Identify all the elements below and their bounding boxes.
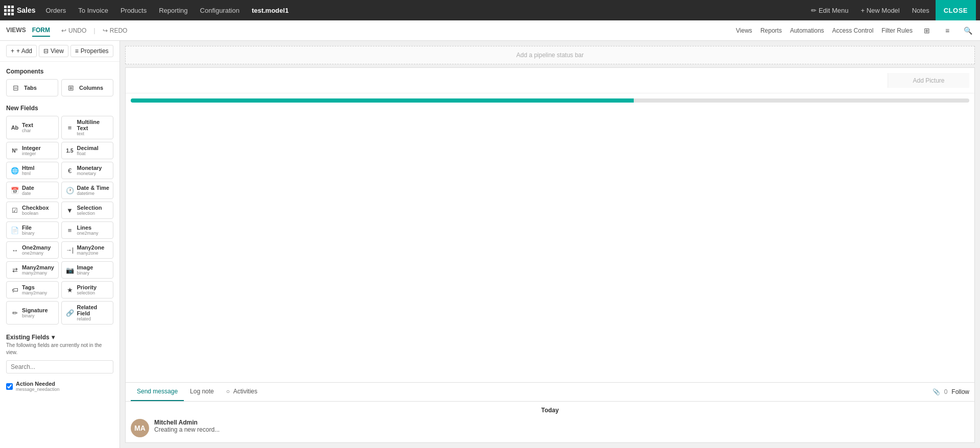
link-reports[interactable]: Reports: [760, 27, 782, 34]
action-needed-label: Action Needed: [16, 381, 60, 387]
nav-configuration[interactable]: Configuration: [194, 0, 246, 20]
field-signature[interactable]: ✏ Signature binary: [6, 301, 59, 325]
field-tags[interactable]: 🏷 Tags many2many: [6, 281, 59, 298]
datetime-sublabel: datetime: [77, 191, 109, 196]
tab-views[interactable]: VIEWS: [6, 24, 26, 37]
lines-icon: ≡: [65, 226, 75, 235]
edit-menu-button[interactable]: ✏ Edit Menu: [805, 0, 855, 20]
chevron-down-icon: ▾: [52, 334, 55, 341]
field-file[interactable]: 📄 File binary: [6, 221, 59, 239]
field-related[interactable]: 🔗 Related Field related: [61, 301, 114, 325]
tabs-icon: ⊟: [11, 83, 21, 93]
one2many-sublabel: one2many: [22, 251, 51, 256]
related-field-sublabel: related: [77, 316, 110, 321]
tags-icon: 🏷: [10, 285, 19, 294]
field-one2many[interactable]: ↔ One2many one2many: [6, 241, 59, 259]
field-lines[interactable]: ≡ Lines one2many: [61, 221, 114, 239]
chatter-tab-activities[interactable]: ○ Activities: [220, 383, 264, 401]
decimal-sublabel: float: [77, 151, 99, 156]
many2many-sublabel: many2many: [22, 270, 54, 276]
undo-redo-group: ↩ UNDO | ↪ REDO: [58, 26, 130, 35]
toolbar-right-links: Views Reports Automations Access Control…: [736, 24, 974, 37]
add-picture-area[interactable]: Add Picture: [888, 73, 969, 88]
chatter-tab-send-message[interactable]: Send message: [131, 383, 184, 401]
pipeline-status-bar[interactable]: Add a pipeline status bar: [125, 46, 975, 64]
close-label: CLOSE: [944, 7, 968, 14]
checkbox-label: Checkbox: [22, 205, 49, 211]
nav-products[interactable]: Products: [114, 0, 153, 20]
chatter-right-actions: 📎 0 Follow: [933, 388, 969, 395]
field-html[interactable]: 🌐 Html html: [6, 162, 59, 179]
monetary-icon: €: [65, 166, 75, 175]
field-monetary[interactable]: € Monetary monetary: [61, 162, 114, 179]
notes-button[interactable]: Notes: [906, 0, 936, 20]
field-checkbox[interactable]: ☑ Checkbox boolean: [6, 202, 59, 219]
properties-button[interactable]: ≡ Properties: [70, 45, 113, 57]
related-field-label: Related Field: [77, 304, 110, 316]
field-decimal[interactable]: 1.5 Decimal float: [61, 142, 114, 159]
field-text[interactable]: Ab Text char: [6, 116, 59, 139]
link-automations[interactable]: Automations: [790, 27, 824, 34]
image-sublabel: binary: [77, 270, 93, 276]
properties-label: Properties: [81, 47, 109, 55]
progress-fill: [131, 98, 634, 103]
field-date[interactable]: 📅 Date date: [6, 182, 59, 199]
view-label: View: [51, 47, 64, 55]
image-label: Image: [77, 264, 93, 270]
chatter-tab-log-note[interactable]: Log note: [184, 383, 220, 401]
component-columns[interactable]: ⊞ Columns: [61, 79, 113, 96]
field-image[interactable]: 📷 Image binary: [61, 261, 114, 279]
priority-icon: ★: [65, 285, 75, 294]
field-many2many[interactable]: ⇄ Many2many many2many: [6, 261, 59, 279]
view-button[interactable]: ⊟ View: [39, 45, 68, 57]
app-logo[interactable]: Sales: [4, 6, 36, 15]
topbar-right-section: ✏ Edit Menu + New Model Notes CLOSE: [805, 0, 976, 20]
field-selection[interactable]: ▼ Selection selection: [61, 202, 114, 219]
notes-label: Notes: [912, 7, 929, 14]
add-button[interactable]: + + Add: [6, 45, 37, 57]
component-tabs[interactable]: ⊟ Tabs: [6, 79, 58, 96]
integer-label: Integer: [22, 145, 41, 151]
nav-test-model[interactable]: test.model1: [246, 0, 295, 20]
fields-grid: Ab Text char ≡ Multiline Text text N° In…: [0, 116, 119, 329]
selection-icon: ▼: [65, 206, 75, 215]
signature-sublabel: binary: [22, 313, 48, 318]
link-filter-rules[interactable]: Filter Rules: [881, 27, 913, 34]
checkbox-icon: ☑: [10, 206, 19, 215]
activities-label: Activities: [233, 388, 257, 395]
existing-item-action-needed[interactable]: Action Needed message_needaction: [0, 378, 119, 395]
secondary-toolbar: VIEWS FORM ↩ UNDO | ↪ REDO Views Reports…: [0, 20, 980, 41]
search-icon[interactable]: 🔍: [962, 24, 974, 37]
list-view-icon[interactable]: ≡: [941, 24, 953, 37]
action-needed-sublabel: message_needaction: [16, 387, 60, 392]
redo-button[interactable]: ↪ REDO: [100, 26, 131, 35]
nav-to-invoice[interactable]: To Invoice: [72, 0, 114, 20]
field-datetime[interactable]: 🕐 Date & Time datetime: [61, 182, 114, 199]
undo-button[interactable]: ↩ UNDO: [58, 26, 89, 35]
search-existing-input[interactable]: [6, 360, 113, 374]
field-integer[interactable]: N° Integer integer: [6, 142, 59, 159]
sidebar-add-view-buttons: + + Add ⊟ View ≡ Properties: [0, 41, 119, 62]
action-needed-checkbox[interactable]: [6, 383, 13, 390]
nav-reporting[interactable]: Reporting: [153, 0, 194, 20]
field-multiline-text[interactable]: ≡ Multiline Text text: [61, 116, 114, 139]
datetime-label: Date & Time: [77, 185, 109, 191]
nav-orders[interactable]: Orders: [40, 0, 73, 20]
attachment-icon[interactable]: 📎: [933, 388, 940, 395]
existing-fields-search[interactable]: [6, 360, 113, 374]
follow-button[interactable]: Follow: [951, 388, 969, 395]
link-views[interactable]: Views: [736, 27, 752, 34]
html-sublabel: html: [22, 171, 34, 176]
existing-fields-title: Existing Fields ▾: [6, 334, 113, 341]
one2many-label: One2many: [22, 244, 51, 251]
chatter-message: MA Mitchell Admin Creating a new record.…: [131, 419, 969, 437]
field-priority[interactable]: ★ Priority selection: [61, 281, 114, 298]
tab-form[interactable]: FORM: [32, 24, 50, 37]
field-many2one[interactable]: →| Many2one many2one: [61, 241, 114, 259]
text-field-label: Text: [22, 122, 33, 128]
new-model-button[interactable]: + New Model: [855, 0, 906, 20]
link-access-control[interactable]: Access Control: [832, 27, 874, 34]
grid-view-icon[interactable]: ⊞: [921, 24, 933, 37]
close-button[interactable]: CLOSE: [936, 0, 976, 20]
redo-label: REDO: [110, 27, 128, 34]
